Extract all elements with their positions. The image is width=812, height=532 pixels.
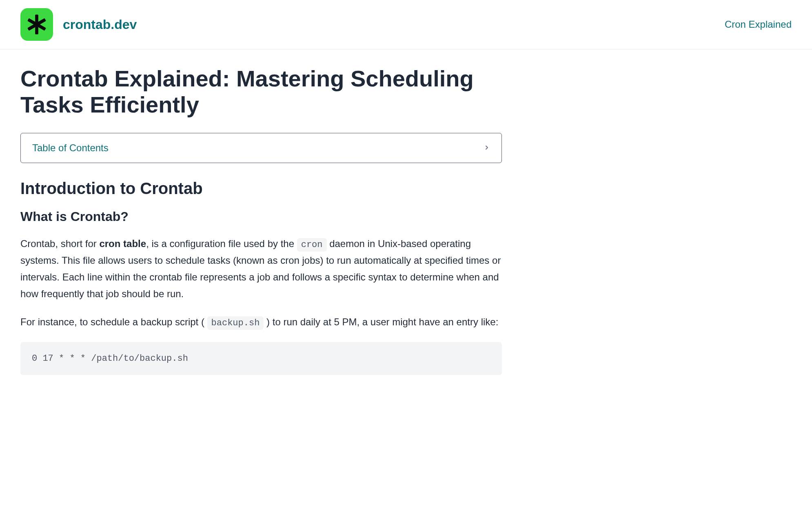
header-left: crontab.dev (20, 8, 137, 41)
main-content: Crontab Explained: Mastering Scheduling … (0, 49, 522, 403)
site-header: crontab.dev Cron Explained (0, 0, 812, 49)
text-span: ) to run daily at 5 PM, a user might hav… (264, 316, 498, 327)
page-title: Crontab Explained: Mastering Scheduling … (20, 66, 502, 118)
code-block-example: 0 17 * * * /path/to/backup.sh (20, 342, 502, 375)
text-span: Crontab, short for (20, 238, 99, 249)
bold-text: cron table (99, 238, 146, 249)
paragraph-example-intro: For instance, to schedule a backup scrip… (20, 314, 502, 331)
inline-code-cron: cron (297, 238, 327, 252)
section-heading-introduction: Introduction to Crontab (20, 179, 502, 198)
nav-link-cron-explained[interactable]: Cron Explained (725, 19, 792, 30)
chevron-right-icon (484, 143, 490, 153)
site-name[interactable]: crontab.dev (63, 17, 137, 32)
text-span: For instance, to schedule a backup scrip… (20, 316, 207, 327)
paragraph-intro: Crontab, short for cron table, is a conf… (20, 236, 502, 302)
text-span: , is a configuration file used by the (146, 238, 297, 249)
subsection-heading-what-is: What is Crontab? (20, 209, 502, 224)
table-of-contents-toggle[interactable]: Table of Contents (20, 133, 502, 163)
asterisk-icon (24, 11, 50, 38)
inline-code-backup: backup.sh (207, 316, 264, 330)
site-logo[interactable] (20, 8, 53, 41)
toc-label: Table of Contents (32, 142, 109, 154)
